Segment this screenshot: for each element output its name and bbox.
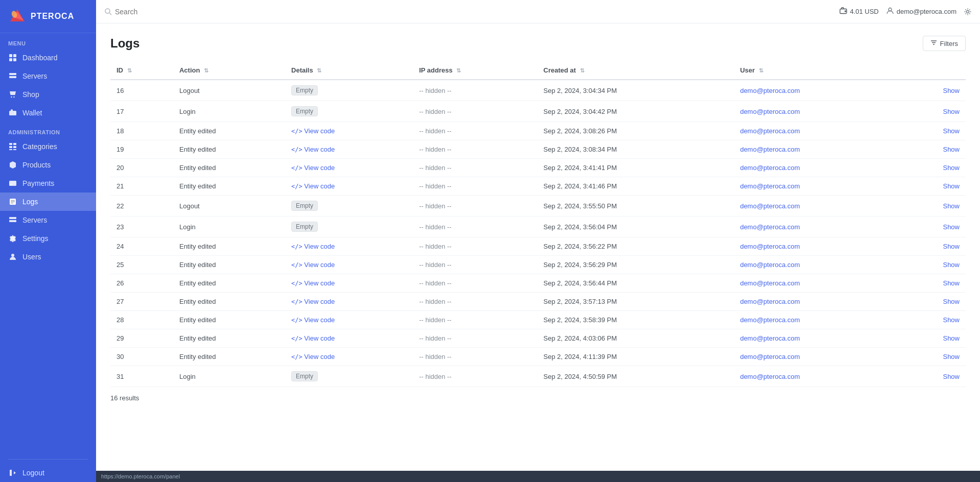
user-link[interactable]: demo@pteroca.com (740, 202, 800, 210)
svg-point-32 (11, 254, 14, 257)
user-link[interactable]: demo@pteroca.com (740, 279, 800, 287)
cell-user: demo@pteroca.com (734, 329, 899, 348)
show-link[interactable]: Show (943, 316, 960, 324)
show-link[interactable]: Show (943, 261, 960, 269)
table-header-row: ID ⇅ Action ⇅ Details ⇅ IP address ⇅ (110, 61, 966, 80)
sidebar-item-settings[interactable]: Settings (0, 229, 96, 248)
sidebar-item-servers-label: Servers (22, 72, 47, 80)
show-link[interactable]: Show (943, 223, 960, 231)
col-action[interactable]: Action ⇅ (173, 61, 285, 80)
cell-ip: -- hidden -- (413, 237, 537, 256)
cell-details: </> View code (285, 256, 413, 274)
sidebar-item-shop[interactable]: Shop (0, 85, 96, 104)
cell-action: Entity edited (173, 140, 285, 159)
table-row: 29Entity edited</> View code-- hidden --… (110, 329, 966, 348)
view-code-link[interactable]: </> View code (291, 279, 335, 287)
cell-action: Entity edited (173, 122, 285, 140)
cell-details: </> View code (285, 293, 413, 311)
cell-user: demo@pteroca.com (734, 216, 899, 237)
sort-icon-created-at: ⇅ (580, 67, 585, 74)
cell-details: </> View code (285, 177, 413, 196)
cell-show: Show (899, 237, 966, 256)
user-link[interactable]: demo@pteroca.com (740, 316, 800, 324)
show-link[interactable]: Show (943, 298, 960, 305)
table-row: 18Entity edited</> View code-- hidden --… (110, 122, 966, 140)
show-link[interactable]: Show (943, 353, 960, 360)
filters-button[interactable]: Filters (923, 36, 966, 51)
users-icon (8, 252, 17, 261)
view-code-link[interactable]: </> View code (291, 261, 335, 269)
user-link[interactable]: demo@pteroca.com (740, 108, 800, 115)
table-row: 26Entity edited</> View code-- hidden --… (110, 274, 966, 293)
user-email: demo@pteroca.com (897, 8, 956, 15)
cell-action: Login (173, 366, 285, 387)
sidebar-item-products[interactable]: Products (0, 156, 96, 174)
view-code-link[interactable]: </> View code (291, 182, 335, 190)
view-code-link[interactable]: </> View code (291, 334, 335, 342)
products-icon (8, 160, 17, 170)
col-user[interactable]: User ⇅ (734, 61, 899, 80)
col-ip[interactable]: IP address ⇅ (413, 61, 537, 80)
cell-user: demo@pteroca.com (734, 348, 899, 366)
sidebar-item-categories[interactable]: Categories (0, 137, 96, 156)
view-code-link[interactable]: </> View code (291, 298, 335, 305)
sidebar-item-users[interactable]: Users (0, 248, 96, 266)
view-code-link[interactable]: </> View code (291, 146, 335, 153)
view-code-link[interactable]: </> View code (291, 316, 335, 324)
show-link[interactable]: Show (943, 243, 960, 250)
cell-details: </> View code (285, 237, 413, 256)
show-link[interactable]: Show (943, 334, 960, 342)
view-code-link[interactable]: </> View code (291, 243, 335, 250)
user-link[interactable]: demo@pteroca.com (740, 87, 800, 94)
search-input[interactable] (115, 8, 217, 16)
empty-badge: Empty (291, 106, 318, 116)
sidebar-item-wallet-label: Wallet (22, 109, 42, 117)
sidebar-item-logs[interactable]: Logs (0, 192, 96, 211)
gear-button[interactable] (964, 8, 972, 16)
user-link[interactable]: demo@pteroca.com (740, 182, 800, 190)
user-link[interactable]: demo@pteroca.com (740, 127, 800, 135)
show-link[interactable]: Show (943, 164, 960, 172)
user-link[interactable]: demo@pteroca.com (740, 298, 800, 305)
search-wrapper (104, 8, 834, 16)
view-code-link[interactable]: </> View code (291, 164, 335, 172)
sidebar-item-logout[interactable]: Logout (0, 464, 96, 482)
col-details[interactable]: Details ⇅ (285, 61, 413, 80)
categories-icon (8, 142, 17, 151)
show-link[interactable]: Show (943, 146, 960, 153)
show-link[interactable]: Show (943, 108, 960, 115)
col-id[interactable]: ID ⇅ (110, 61, 173, 80)
user-link[interactable]: demo@pteroca.com (740, 223, 800, 231)
user-link[interactable]: demo@pteroca.com (740, 146, 800, 153)
cell-details: Empty (285, 196, 413, 216)
cell-show: Show (899, 216, 966, 237)
svg-rect-22 (9, 182, 16, 184)
show-link[interactable]: Show (943, 373, 960, 380)
show-link[interactable]: Show (943, 182, 960, 190)
col-created-at[interactable]: Created at ⇅ (538, 61, 734, 80)
cell-created-at: Sep 2, 2024, 3:56:29 PM (538, 256, 734, 274)
svg-rect-18 (13, 146, 16, 148)
user-link[interactable]: demo@pteroca.com (740, 261, 800, 269)
view-code-link[interactable]: </> View code (291, 127, 335, 135)
show-link[interactable]: Show (943, 127, 960, 135)
user-link[interactable]: demo@pteroca.com (740, 353, 800, 360)
user-link[interactable]: demo@pteroca.com (740, 164, 800, 172)
cell-user: demo@pteroca.com (734, 366, 899, 387)
sidebar-item-servers-admin[interactable]: Servers (0, 211, 96, 229)
show-link[interactable]: Show (943, 87, 960, 94)
cell-show: Show (899, 80, 966, 101)
show-link[interactable]: Show (943, 202, 960, 210)
sidebar-item-dashboard[interactable]: Dashboard (0, 49, 96, 67)
sidebar-item-payments[interactable]: Payments (0, 174, 96, 192)
svg-point-31 (15, 221, 16, 222)
user-link[interactable]: demo@pteroca.com (740, 243, 800, 250)
sidebar-item-wallet[interactable]: Wallet (0, 104, 96, 122)
view-code-link[interactable]: </> View code (291, 353, 335, 360)
user-link[interactable]: demo@pteroca.com (740, 373, 800, 380)
user-link[interactable]: demo@pteroca.com (740, 334, 800, 342)
show-link[interactable]: Show (943, 279, 960, 287)
servers-icon (8, 71, 17, 81)
sidebar-item-servers[interactable]: Servers (0, 67, 96, 85)
cell-details: Empty (285, 366, 413, 387)
